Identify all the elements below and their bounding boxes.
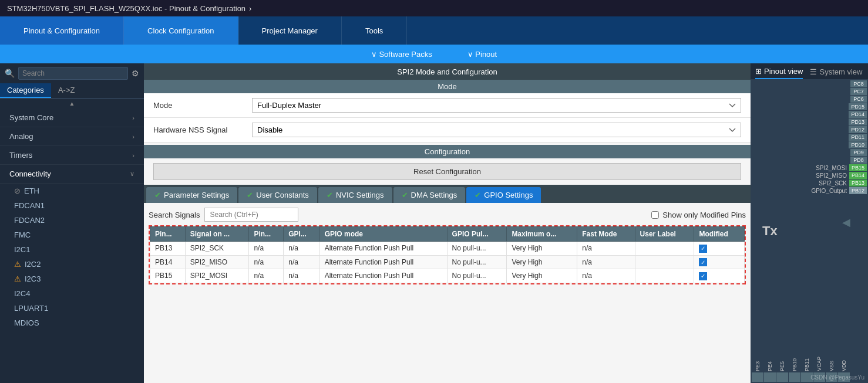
- sidebar-sub-mdios[interactable]: MDIOS: [0, 316, 144, 330]
- cell-max-out: Very High: [507, 255, 577, 269]
- cell-max-out: Very High: [507, 269, 577, 283]
- search-input[interactable]: [18, 67, 128, 80]
- pin-label-pb12-signal: GPIO_Output: [811, 188, 847, 194]
- pin-box-pb15[interactable]: PB15: [849, 164, 867, 171]
- modified-checkbox[interactable]: ✓: [699, 258, 707, 266]
- gear-icon[interactable]: ⚙: [132, 69, 139, 78]
- config-tabs: ✔ Parameter Settings ✔ User Constants ✔ …: [144, 185, 751, 203]
- pin-box-pd15[interactable]: PD15: [849, 103, 867, 110]
- show-modified-checkbox[interactable]: [651, 211, 659, 219]
- signal-search-input[interactable]: [204, 208, 298, 222]
- sidebar-sub-i2c4[interactable]: I2C4: [0, 286, 144, 301]
- modified-checkbox[interactable]: ✓: [699, 245, 707, 253]
- col-gpio-mode[interactable]: GPIO mode: [319, 227, 447, 242]
- sidebar-item-system-core[interactable]: System Core ›: [0, 109, 144, 127]
- secondary-nav: ∨ Software Packs ∨ Pinout: [0, 45, 868, 63]
- col-max-out[interactable]: Maximum o...: [507, 227, 577, 242]
- tab-az[interactable]: A->Z: [51, 83, 82, 98]
- cell-gpio-pul: No pull-u...: [447, 255, 507, 269]
- col-gpi[interactable]: GPI...: [284, 227, 319, 242]
- tab-system-view[interactable]: ☰ System view: [810, 67, 862, 79]
- sidebar-sub-fdcan1[interactable]: FDCAN1: [0, 198, 144, 213]
- reset-config-button[interactable]: Reset Configuration: [153, 163, 741, 180]
- sidebar-sub-i2c2[interactable]: ⚠ I2C2: [0, 257, 144, 272]
- col-fast-mode[interactable]: Fast Mode: [577, 227, 635, 242]
- tab-parameter-settings[interactable]: ✔ Parameter Settings: [146, 187, 237, 203]
- pin-box-pc7[interactable]: PC7: [850, 88, 867, 95]
- col-signal[interactable]: Signal on ...: [185, 227, 249, 242]
- tab-pinout-view[interactable]: ⊞ Pinout view: [755, 67, 803, 79]
- tab-nvic-settings[interactable]: ✔ NVIC Settings: [318, 187, 392, 203]
- tab-tools[interactable]: Tools: [342, 16, 407, 45]
- warning-icon: ⚠: [14, 260, 21, 269]
- sidebar-collapse-btn[interactable]: ▲: [0, 99, 144, 109]
- tab-project-manager[interactable]: Project Manager: [238, 16, 342, 45]
- pin-box-pe4[interactable]: [764, 372, 776, 382]
- pin-item: PD14: [811, 111, 867, 118]
- pinout-btn[interactable]: ∨ Pinout: [467, 50, 497, 59]
- sidebar-item-analog[interactable]: Analog ›: [0, 127, 144, 146]
- config-section-label: Configuration: [144, 145, 751, 158]
- tab-pinout-config[interactable]: Pinout & Configuration: [0, 16, 124, 45]
- tab-dma-settings[interactable]: ✔ DMA Settings: [393, 187, 466, 203]
- col-modified[interactable]: Modified: [694, 227, 745, 242]
- sidebar-sub-i2c3[interactable]: ⚠ I2C3: [0, 272, 144, 286]
- tab-categories[interactable]: Categories: [0, 83, 51, 98]
- pin-box-pb14[interactable]: PB14: [849, 172, 867, 179]
- cell-gpi: n/a: [284, 269, 319, 283]
- connectivity-sub-items: ⊘ ETH FDCAN1 FDCAN2 FMC I2C1 ⚠ I2C2: [0, 184, 144, 330]
- tab-gpio-settings[interactable]: ✔ GPIO Settings: [466, 187, 541, 203]
- mode-select[interactable]: Full-Duplex Master Half-Duplex Master Re…: [252, 98, 741, 113]
- col-gpio-pul[interactable]: GPIO Pul...: [447, 227, 507, 242]
- tab-clock-config[interactable]: Clock Configuration: [124, 16, 238, 45]
- pin-box-pe3[interactable]: [752, 372, 763, 382]
- pin-item-pb14: SPI2_MISO PB14: [811, 172, 867, 179]
- pin-box-pd14[interactable]: PD14: [849, 111, 867, 118]
- pin-item: PD11: [811, 134, 867, 141]
- software-packs-btn[interactable]: ∨ Software Packs: [371, 50, 432, 59]
- pin-box-pc6[interactable]: PC6: [850, 96, 867, 103]
- sidebar-sub-fmc[interactable]: FMC: [0, 228, 144, 242]
- nss-select[interactable]: Disable Enable: [252, 123, 741, 137]
- mode-section-label: Mode: [144, 80, 751, 93]
- sidebar-sub-lpuart1[interactable]: LPUART1: [0, 301, 144, 316]
- pin-box-pc8[interactable]: PC8: [850, 80, 867, 87]
- cell-pin: PB14: [150, 255, 186, 269]
- tab-user-constants[interactable]: ✔ User Constants: [238, 187, 317, 203]
- col-pin2[interactable]: Pin...: [249, 227, 284, 242]
- sidebar-item-timers[interactable]: Timers ›: [0, 146, 144, 165]
- pin-box-pd12[interactable]: PD12: [849, 126, 867, 133]
- disabled-icon: ⊘: [14, 187, 21, 195]
- cell-gpio-mode: Alternate Function Push Pull: [319, 269, 447, 283]
- cell-pin2: n/a: [249, 242, 284, 256]
- cell-fast-mode: n/a: [577, 242, 635, 256]
- pin-box-pd13[interactable]: PD13: [849, 118, 867, 126]
- pin-item: PC7: [811, 88, 867, 95]
- sidebar-sub-i2c1[interactable]: I2C1: [0, 242, 144, 257]
- sidebar-sub-eth[interactable]: ⊘ ETH: [0, 184, 144, 198]
- pin-box-pd9[interactable]: PD9: [850, 149, 867, 156]
- pin-label-pb11: PB11: [804, 358, 810, 371]
- pin-box-pb12[interactable]: PB12: [849, 187, 867, 194]
- pin-box-pe5[interactable]: [776, 372, 788, 382]
- mode-row: Mode Full-Duplex Master Half-Duplex Mast…: [144, 93, 751, 118]
- pin-box-pb13[interactable]: PB13: [849, 179, 867, 187]
- pin-box-pd8[interactable]: PD8: [850, 157, 867, 164]
- col-pin[interactable]: Pin...: [150, 227, 186, 242]
- sidebar-sub-fdcan2[interactable]: FDCAN2: [0, 213, 144, 228]
- chevron-down-icon: ∨: [130, 170, 134, 178]
- nss-label: Hardware NSS Signal: [153, 126, 247, 134]
- cell-user-label: [635, 242, 694, 256]
- pin-item: PD12: [811, 126, 867, 133]
- col-user-label[interactable]: User Label: [635, 227, 694, 242]
- modified-checkbox[interactable]: ✓: [699, 272, 707, 280]
- check-icon: ✔: [154, 191, 161, 199]
- show-modified-label: Show only Modified Pins: [662, 211, 746, 219]
- pin-box-pd10[interactable]: PD10: [849, 141, 867, 148]
- pin-box-pd11[interactable]: PD11: [849, 134, 867, 141]
- pin-box-pb10[interactable]: [789, 372, 800, 382]
- sidebar-item-connectivity[interactable]: Connectivity ∨: [0, 165, 144, 184]
- pin-item-pe3: PE3: [752, 361, 763, 382]
- cell-max-out: Very High: [507, 242, 577, 256]
- pin-list-right: PC8 PC7 PC6 PD15 PD14 PD13 PD12: [810, 79, 868, 195]
